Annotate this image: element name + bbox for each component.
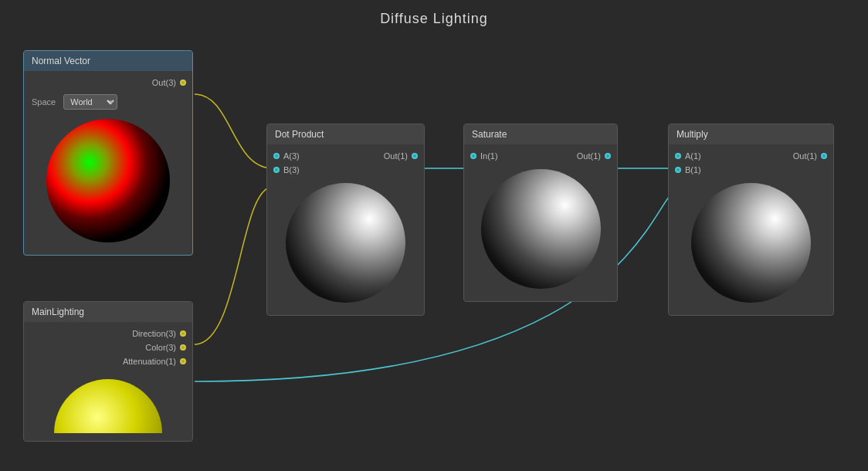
node-multiply: Multiply A(1) Out(1) B(1)	[668, 124, 834, 316]
main-lighting-direction-row: Direction(3)	[24, 327, 192, 341]
main-lighting-color-label: Color(3)	[145, 343, 176, 352]
multiply-a-row: A(1) Out(1)	[669, 149, 833, 163]
main-lighting-color-port[interactable]	[180, 344, 186, 351]
dot-product-sphere	[286, 183, 405, 303]
dot-product-b-port[interactable]	[273, 167, 280, 173]
space-label: Space	[32, 97, 56, 107]
saturate-out-port[interactable]	[605, 153, 611, 159]
main-lighting-direction-port[interactable]	[180, 330, 186, 337]
multiply-b-row: B(1)	[669, 163, 833, 177]
dot-product-a-label: A(3)	[283, 151, 300, 161]
saturate-sphere	[481, 169, 601, 289]
multiply-out-label: Out(1)	[793, 151, 817, 161]
multiply-b-label: B(1)	[685, 165, 701, 175]
normal-vector-out-row: Out(3)	[24, 76, 192, 90]
saturate-in-row: In(1) Out(1)	[464, 149, 617, 163]
dot-product-b-row: B(3)	[267, 163, 424, 177]
multiply-a-port[interactable]	[675, 153, 681, 159]
node-normal-vector: Normal Vector Out(3) Space World Object …	[23, 50, 193, 256]
dot-product-b-label: B(3)	[283, 165, 300, 175]
space-select-wrapper[interactable]: World Object Tangent	[63, 94, 117, 110]
dot-product-out-label: Out(1)	[384, 151, 408, 161]
main-lighting-direction-label: Direction(3)	[132, 329, 176, 338]
saturate-in-port[interactable]	[470, 153, 476, 159]
node-saturate-header: Saturate	[464, 124, 617, 144]
multiply-out-port[interactable]	[821, 153, 827, 159]
space-dropdown[interactable]: World Object Tangent	[63, 94, 117, 110]
dot-product-a-port[interactable]	[273, 153, 280, 159]
normal-vector-sphere	[46, 119, 170, 242]
node-main-lighting: MainLighting Direction(3) Color(3) Atten…	[23, 301, 193, 442]
main-lighting-attenuation-port[interactable]	[180, 358, 186, 364]
main-lighting-color-row: Color(3)	[24, 341, 192, 354]
sun-sphere	[54, 379, 162, 433]
multiply-sphere	[691, 183, 811, 303]
saturate-out-label: Out(1)	[577, 151, 601, 161]
space-row: Space World Object Tangent	[24, 90, 192, 114]
node-saturate: Saturate In(1) Out(1)	[463, 124, 618, 302]
node-dot-product: Dot Product A(3) Out(1) B(3)	[266, 124, 425, 316]
main-lighting-preview	[46, 371, 170, 433]
node-normal-vector-header: Normal Vector	[24, 51, 192, 71]
multiply-b-port[interactable]	[675, 167, 681, 173]
node-main-lighting-header: MainLighting	[24, 302, 192, 322]
page-title: Diffuse Lighting	[0, 0, 868, 38]
saturate-in-label: In(1)	[480, 151, 498, 161]
main-lighting-attenuation-row: Attenuation(1)	[24, 354, 192, 368]
normal-vector-out-port[interactable]	[180, 80, 186, 86]
node-multiply-header: Multiply	[669, 124, 833, 144]
dot-product-a-row: A(3) Out(1)	[267, 149, 424, 163]
main-lighting-attenuation-label: Attenuation(1)	[123, 357, 176, 366]
node-dot-product-header: Dot Product	[267, 124, 424, 144]
dot-product-out-port[interactable]	[412, 153, 418, 159]
normal-vector-out-label: Out(3)	[152, 78, 176, 87]
multiply-a-label: A(1)	[685, 151, 701, 161]
